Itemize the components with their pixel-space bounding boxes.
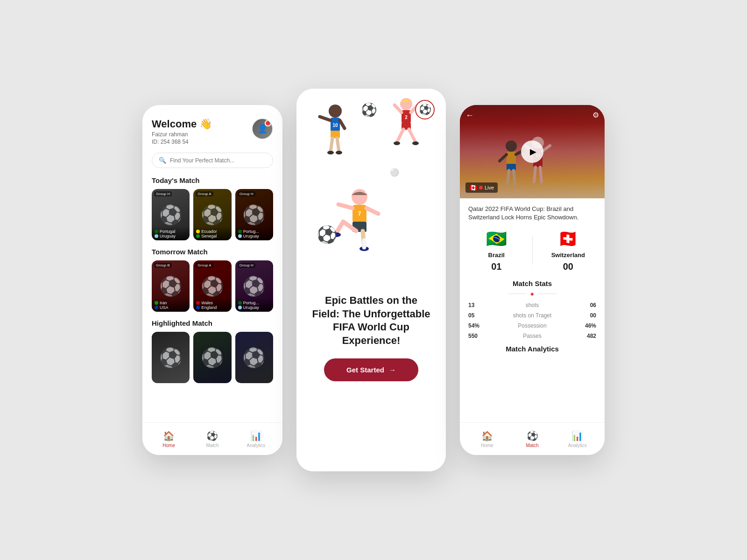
switzerland-flag: 🇨🇭 xyxy=(557,229,578,249)
nav-match-3[interactable]: ⚽ Match xyxy=(510,430,555,448)
svg-point-22 xyxy=(352,189,367,205)
nav-home[interactable]: 🏠 Home xyxy=(147,430,190,448)
svg-line-8 xyxy=(337,138,339,152)
highlighted-card-2[interactable]: ⚽ xyxy=(193,332,231,383)
svg-text:⚽: ⚽ xyxy=(361,102,377,118)
search-bar[interactable]: 🔍 xyxy=(152,153,273,168)
search-icon: 🔍 xyxy=(159,157,166,164)
team1-name: Ecuador xyxy=(201,229,217,234)
vs-divider xyxy=(532,237,533,265)
avatar[interactable]: 👤 xyxy=(252,118,273,140)
passes-right: 482 xyxy=(582,333,596,339)
analytics-label-3: Analytics xyxy=(568,443,587,448)
soccer-ball-icon[interactable]: ⚽ xyxy=(415,100,435,119)
team1-name: Wales xyxy=(201,301,213,305)
diamond-icon: ◆ xyxy=(530,291,534,296)
bottom-nav-1: 🏠 Home ⚽ Match 📊 Analytics xyxy=(142,422,282,455)
back-button[interactable]: ← xyxy=(465,111,474,120)
match-card-2[interactable]: ⚽ Group A Ecuador Senegal xyxy=(193,189,231,240)
stat-shots: 13 shots 06 xyxy=(468,302,596,308)
welcome-text: Welcome xyxy=(152,118,197,130)
highlighted-card-3[interactable]: ⚽ xyxy=(235,332,273,383)
nav-analytics-3[interactable]: 📊 Analytics xyxy=(555,430,600,448)
svg-point-10 xyxy=(336,151,342,154)
get-started-button[interactable]: Get Started → xyxy=(324,358,418,381)
settings-button[interactable]: ⚙ xyxy=(592,111,599,120)
brazil-name: Brazil xyxy=(488,252,505,259)
svg-text:⚽: ⚽ xyxy=(317,224,338,245)
possession-label: Possession xyxy=(482,322,582,329)
team2-switzerland: 🇨🇭 Switzerland 00 xyxy=(540,229,597,272)
phone-match: 11 ▶ ← ⚙ 🇨🇦 Live Qatar 2022 FIFA World C… xyxy=(460,105,605,455)
svg-line-18 xyxy=(409,129,416,142)
shots-label: shots xyxy=(482,302,582,308)
possession-right: 46% xyxy=(582,322,596,329)
svg-text:10: 10 xyxy=(332,123,338,128)
headline: Epic Battles on the Field: The Unforgett… xyxy=(310,294,432,347)
possession-left: 54% xyxy=(468,322,482,329)
highlighted-card-1[interactable]: ⚽ xyxy=(152,332,190,383)
live-dot xyxy=(479,186,483,189)
svg-point-19 xyxy=(394,141,400,145)
tomorrow-match-cards: ⚽ Group B Iran USA ⚽ Group A xyxy=(152,260,273,312)
group-label: Group H xyxy=(238,263,255,268)
svg-line-17 xyxy=(397,129,403,142)
p2-text-section: Epic Battles on the Field: The Unforgett… xyxy=(296,285,446,391)
svg-point-9 xyxy=(327,151,334,154)
match-card-1[interactable]: ⚽ Group H Portugal Uruguay xyxy=(152,189,190,240)
team1-brazil: 🇧🇷 Brazil 01 xyxy=(468,229,525,272)
welcome-section: Welcome 👋 Faizur rahman ID: 254 368 54 xyxy=(152,118,212,145)
nav-home-3[interactable]: 🏠 Home xyxy=(465,430,510,448)
shots-target-label: shots on Traget xyxy=(482,312,582,319)
brazil-flag: 🇧🇷 xyxy=(486,229,507,249)
team2-name: USA xyxy=(160,305,169,310)
team2-name: England xyxy=(201,305,217,310)
canada-flag-icon: 🇨🇦 xyxy=(469,184,477,191)
match-title: Qatar 2022 FIFA World Cup: Brazil and Sw… xyxy=(468,205,596,222)
phone-splash: ⚽ ⚽ ⚪ xyxy=(296,89,446,471)
home-label: Home xyxy=(162,443,175,448)
tomorrow-card-2[interactable]: ⚽ Group A Wales England xyxy=(193,260,231,312)
analytics-icon-3: 📊 xyxy=(571,430,583,441)
svg-text:2: 2 xyxy=(405,115,408,120)
team2-name: Uruguay xyxy=(243,305,259,310)
match-card-3[interactable]: ⚽ Group H Portug... Uruguay xyxy=(235,189,273,240)
passes-label: Passes xyxy=(482,333,582,339)
group-label: Group H xyxy=(154,191,172,196)
user-id: ID: 254 368 54 xyxy=(152,139,212,145)
analytics-label: Analytics xyxy=(247,443,265,448)
nav-match[interactable]: ⚽ Match xyxy=(190,430,234,448)
p1-header: Welcome 👋 Faizur rahman ID: 254 368 54 👤 xyxy=(152,118,273,145)
match-label-3: Match xyxy=(526,443,538,448)
switzerland-score: 00 xyxy=(563,261,573,272)
tomorrow-card-3[interactable]: ⚽ Group H Portug... Uruguay xyxy=(235,260,273,312)
analytics-title: Match Analytics xyxy=(468,345,596,353)
svg-text:7: 7 xyxy=(358,210,361,217)
shots-left: 13 xyxy=(468,302,482,308)
team1-name: Portugal xyxy=(160,229,176,234)
stat-passes: 550 Passes 482 xyxy=(468,333,596,339)
home-label-3: Home xyxy=(481,443,493,448)
analytics-icon: 📊 xyxy=(250,430,262,441)
highlighted-match-cards: ⚽ ⚽ ⚽ xyxy=(152,332,273,383)
passes-left: 550 xyxy=(468,333,482,339)
team2-name: Uruguay xyxy=(243,234,259,238)
team1-name: Portug... xyxy=(243,229,259,234)
live-badge: 🇨🇦 Live xyxy=(465,182,498,193)
svg-text:⚪: ⚪ xyxy=(390,168,399,177)
nav-analytics[interactable]: 📊 Analytics xyxy=(234,430,278,448)
match-icon: ⚽ xyxy=(206,430,218,441)
tomorrow-card-1[interactable]: ⚽ Group B Iran USA xyxy=(152,260,190,312)
wave-emoji: 👋 xyxy=(199,118,212,130)
play-button[interactable]: ▶ xyxy=(521,140,543,163)
team1-name: Portug... xyxy=(243,301,259,305)
search-input[interactable] xyxy=(170,157,266,164)
live-label: Live xyxy=(485,185,494,190)
svg-line-14 xyxy=(395,105,402,112)
group-label: Group A xyxy=(196,263,213,268)
shots-right: 06 xyxy=(582,302,596,308)
match-video: 11 ▶ ← ⚙ 🇨🇦 Live xyxy=(460,105,605,198)
shots-target-right: 00 xyxy=(582,312,596,319)
team1-name: Iran xyxy=(160,301,167,305)
group-label: Group A xyxy=(196,191,213,196)
